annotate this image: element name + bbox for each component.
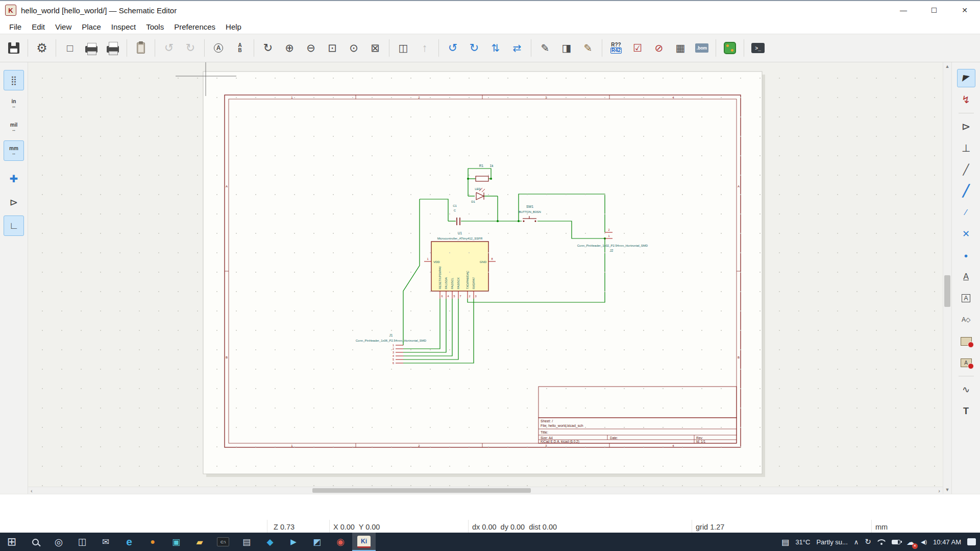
tray-battery-icon[interactable] xyxy=(892,540,900,544)
add-text-icon[interactable]: T xyxy=(957,402,975,420)
taskbar-command-prompt-icon[interactable]: C:\ xyxy=(211,533,235,551)
footprint-editor-icon[interactable]: ✎ xyxy=(578,38,598,58)
tray-temperature[interactable]: 31°C xyxy=(795,538,810,546)
highlight-net-icon[interactable]: ↯ xyxy=(957,90,975,109)
hierarchy-navigator-icon[interactable]: ◫ xyxy=(393,38,413,58)
menu-file[interactable]: File xyxy=(4,22,27,31)
assign-footprints-icon[interactable]: ⊘ xyxy=(649,38,669,58)
hidden-pins-icon[interactable]: ⊳ xyxy=(4,192,24,212)
hierarchical-label-icon[interactable]: A◇ xyxy=(957,310,975,329)
tray-rotation-lock-icon[interactable]: ↻ xyxy=(865,537,871,546)
close-button[interactable]: ✕ xyxy=(949,1,980,19)
menu-tools[interactable]: Tools xyxy=(141,22,169,31)
hv-wires-icon[interactable]: ∟ xyxy=(4,215,24,236)
symbol-editor-icon[interactable]: ✎ xyxy=(535,38,555,58)
find-replace-icon[interactable]: AB xyxy=(230,38,250,58)
taskbar-vscode-icon[interactable]: ◆ xyxy=(258,533,282,551)
taskbar-start-icon[interactable]: ⊞ xyxy=(0,533,23,551)
refresh-icon[interactable]: ↻ xyxy=(258,38,278,58)
page-settings-icon[interactable]: □ xyxy=(60,38,80,58)
scroll-right-arrow[interactable]: › xyxy=(938,487,940,494)
taskbar-movies-app-icon[interactable]: ▶ xyxy=(282,533,305,551)
menu-inspect[interactable]: Inspect xyxy=(106,22,141,31)
horizontal-scrollbar[interactable]: ‹ › xyxy=(28,487,943,494)
tray-onedrive-icon[interactable]: ☁ xyxy=(906,537,915,547)
taskbar-kicad-icon[interactable]: Ki xyxy=(352,533,376,551)
add-symbol-icon[interactable]: ⊳ xyxy=(957,117,975,136)
erc-icon[interactable]: ☑ xyxy=(627,38,648,58)
tray-news-icon[interactable]: ▤ xyxy=(781,537,789,547)
taskbar-photos-app-icon[interactable]: ◩ xyxy=(305,533,329,551)
tray-chevron-up-icon[interactable]: ∧ xyxy=(854,538,859,546)
zoom-selection-icon[interactable]: ⊠ xyxy=(365,38,385,58)
add-junction-icon[interactable]: ● xyxy=(957,246,975,265)
taskbar-app-orange-icon[interactable]: ● xyxy=(141,533,164,551)
paste-icon[interactable] xyxy=(131,38,151,58)
menu-view[interactable]: View xyxy=(50,22,77,31)
add-bus-entry-icon[interactable]: ∕ xyxy=(957,203,975,222)
cursor-shape-icon[interactable]: ✚ xyxy=(4,169,24,189)
grid-toggle-icon[interactable]: ⣿ xyxy=(4,70,24,90)
taskbar-file-explorer-icon[interactable]: ▰ xyxy=(188,533,211,551)
menu-preferences[interactable]: Preferences xyxy=(169,22,220,31)
global-label-icon[interactable]: A xyxy=(957,289,975,307)
symbol-browser-icon[interactable]: ◨ xyxy=(556,38,577,58)
plot-icon[interactable] xyxy=(103,38,123,58)
menu-place[interactable]: Place xyxy=(77,22,106,31)
sch-text: 1k xyxy=(490,164,494,167)
annotate-icon[interactable]: R??R42 xyxy=(606,38,626,58)
taskbar-task-view-icon[interactable]: ◫ xyxy=(70,533,94,551)
zoom-out-icon[interactable]: ⊖ xyxy=(301,38,321,58)
scroll-left-arrow[interactable]: ‹ xyxy=(31,487,33,494)
sch-text: Microcontroller_ATtiny412_SSFR xyxy=(437,237,483,240)
add-wire-icon[interactable]: ╱ xyxy=(957,160,975,179)
print-icon[interactable] xyxy=(81,38,102,58)
add-power-port-icon[interactable]: ⊥ xyxy=(957,139,975,157)
maximize-button[interactable]: ☐ xyxy=(919,1,949,19)
scroll-up-arrow[interactable]: ▲ xyxy=(943,64,951,69)
bom-icon[interactable]: .bom xyxy=(692,38,712,58)
zoom-in-icon[interactable]: ⊕ xyxy=(279,38,300,58)
horizontal-scroll-thumb[interactable] xyxy=(312,488,531,493)
scroll-down-arrow[interactable]: ▼ xyxy=(943,487,951,492)
taskbar-search-icon[interactable] xyxy=(23,533,47,551)
taskbar-cortana-icon[interactable]: ◎ xyxy=(47,533,70,551)
taskbar-edge-icon[interactable]: e xyxy=(117,533,141,551)
rotate-cw-icon[interactable]: ↻ xyxy=(464,38,484,58)
select-tool-icon[interactable]: ◤ xyxy=(957,69,975,87)
tray-weather[interactable]: Partly su... xyxy=(816,538,847,546)
add-sheet-icon[interactable] xyxy=(957,332,975,350)
units-inches-icon[interactable]: in↔ xyxy=(4,93,24,114)
zoom-fit-page-icon[interactable]: ⊡ xyxy=(322,38,342,58)
tray-wifi-icon[interactable] xyxy=(877,539,886,545)
tray-notifications-icon[interactable] xyxy=(967,538,976,545)
open-pcb-editor-icon[interactable] xyxy=(720,38,740,58)
zoom-fit-objects-icon[interactable]: ⊙ xyxy=(344,38,364,58)
mirror-vertical-icon[interactable]: ⇅ xyxy=(485,38,506,58)
rotate-ccw-icon[interactable]: ↺ xyxy=(443,38,463,58)
taskbar-app-printer-icon[interactable]: ▤ xyxy=(235,533,258,551)
units-mils-icon[interactable]: mil↔ xyxy=(4,117,24,137)
menu-edit[interactable]: Edit xyxy=(27,22,50,31)
taskbar-mail-icon[interactable]: ✉ xyxy=(94,533,117,551)
import-sheet-pin-icon[interactable]: A xyxy=(957,353,975,372)
find-icon[interactable]: A xyxy=(208,38,229,58)
tray-volume-icon[interactable]: ◀) xyxy=(921,539,927,545)
minimize-button[interactable]: — xyxy=(888,1,919,19)
symbol-fields-table-icon[interactable]: ▦ xyxy=(670,38,691,58)
menu-help[interactable]: Help xyxy=(220,22,247,31)
save-icon[interactable] xyxy=(4,38,24,58)
taskbar-store-icon[interactable]: ▣ xyxy=(164,533,188,551)
draw-lines-icon[interactable]: ∿ xyxy=(957,380,975,399)
taskbar-chrome-icon[interactable]: ◉ xyxy=(329,533,352,551)
net-label-icon[interactable]: A xyxy=(957,268,975,286)
schematic-setup-icon[interactable]: ⚙ xyxy=(32,38,52,58)
add-bus-icon[interactable]: ╱ xyxy=(957,182,975,200)
vertical-scrollbar[interactable]: ▲ ▼ xyxy=(943,62,951,494)
mirror-horizontal-icon[interactable]: ⇄ xyxy=(507,38,527,58)
tray-clock[interactable]: 10:47 AM xyxy=(933,538,961,546)
scripting-console-icon[interactable]: >_ xyxy=(748,38,768,58)
units-mm-icon[interactable]: mm↔ xyxy=(4,140,24,161)
vertical-scroll-thumb[interactable] xyxy=(944,275,950,307)
no-connect-flag-icon[interactable]: ✕ xyxy=(957,225,975,243)
